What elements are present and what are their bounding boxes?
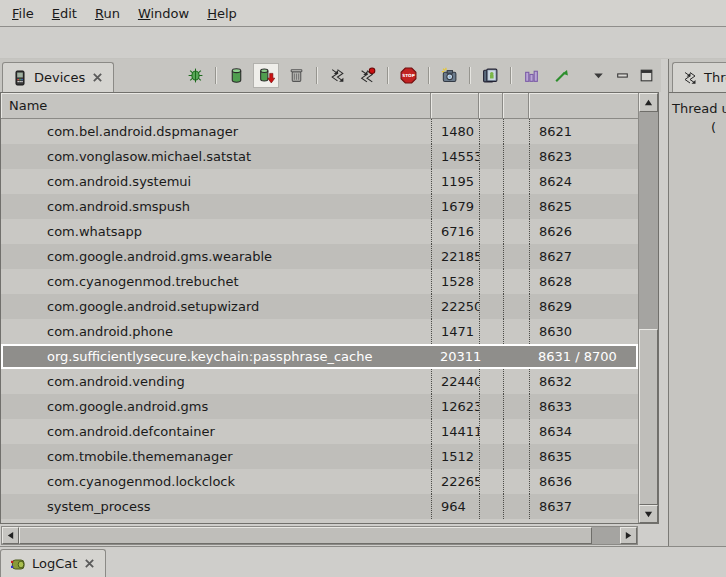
empty-cell bbox=[479, 394, 503, 419]
empty-cell bbox=[479, 269, 503, 294]
scroll-up-button[interactable] bbox=[639, 93, 658, 112]
empty-cell bbox=[503, 369, 529, 394]
logcat-icon bbox=[10, 556, 26, 572]
menu-file[interactable]: File bbox=[3, 6, 43, 21]
menu-help[interactable]: Help bbox=[198, 6, 246, 21]
table-row[interactable]: com.android.systemui11958624 bbox=[1, 169, 638, 194]
toolbar-separator bbox=[428, 67, 429, 84]
client-name: com.tmobile.thememanager bbox=[1, 444, 431, 469]
horizontal-scroll-thumb[interactable] bbox=[19, 527, 592, 544]
phone-icon bbox=[12, 70, 28, 86]
device-table: Name com.bel.android.dspmanager14808621c… bbox=[0, 92, 659, 524]
client-pid: 6716 bbox=[431, 219, 479, 244]
cause-gc-icon[interactable] bbox=[284, 64, 308, 87]
panel-sash[interactable] bbox=[661, 59, 668, 546]
view-menu-icon[interactable] bbox=[589, 64, 607, 87]
client-name: com.cyanogenmod.lockclock bbox=[1, 469, 431, 494]
client-name: com.cyanogenmod.trebuchet bbox=[1, 269, 431, 294]
column-header[interactable] bbox=[503, 93, 529, 118]
threads-tabbar: Threads bbox=[669, 59, 726, 92]
table-row[interactable]: com.android.phone14718630 bbox=[1, 319, 638, 344]
client-port: 8632 bbox=[529, 369, 638, 394]
toolbar-separator bbox=[316, 67, 317, 84]
client-port: 8628 bbox=[529, 269, 638, 294]
table-row[interactable]: com.google.android.gms126238633 bbox=[1, 394, 638, 419]
tab-devices[interactable]: Devices bbox=[2, 62, 114, 92]
empty-cell bbox=[479, 319, 503, 344]
client-name: com.google.android.setupwizard bbox=[1, 294, 431, 319]
menu-window[interactable]: Window bbox=[129, 6, 198, 21]
empty-cell bbox=[503, 194, 529, 219]
dump-hprof-icon[interactable] bbox=[254, 64, 278, 87]
table-row[interactable]: com.tmobile.thememanager15128635 bbox=[1, 444, 638, 469]
name-column-header[interactable]: Name bbox=[1, 93, 431, 118]
client-pid: 964 bbox=[431, 494, 479, 519]
table-row[interactable]: com.android.defcontainer144118634 bbox=[1, 419, 638, 444]
table-row[interactable]: com.google.android.gms.wearable221858627 bbox=[1, 244, 638, 269]
method-profiling-icon[interactable] bbox=[355, 64, 379, 87]
maximize-icon[interactable] bbox=[636, 64, 656, 87]
client-pid: 1512 bbox=[431, 444, 479, 469]
empty-cell bbox=[505, 346, 531, 367]
vertical-scrollbar[interactable] bbox=[638, 93, 658, 523]
screen-capture-icon[interactable] bbox=[437, 64, 461, 87]
vertical-scroll-thumb[interactable] bbox=[639, 329, 658, 505]
svg-text:STOP: STOP bbox=[402, 73, 415, 78]
main-area: Devices STOP Name com.bel.android.dspman… bbox=[0, 59, 726, 546]
table-header: Name bbox=[1, 93, 638, 119]
sysinfo-bars-icon[interactable] bbox=[519, 64, 543, 87]
table-row[interactable]: com.bel.android.dspmanager14808621 bbox=[1, 119, 638, 144]
tab-threads[interactable]: Threads bbox=[672, 62, 726, 92]
table-row[interactable]: com.android.vending224408632 bbox=[1, 369, 638, 394]
stop-process-icon[interactable]: STOP bbox=[396, 64, 420, 87]
empty-cell bbox=[503, 144, 529, 169]
empty-cell bbox=[503, 444, 529, 469]
empty-cell bbox=[479, 419, 503, 444]
scroll-right-button[interactable] bbox=[620, 527, 637, 544]
table-row[interactable]: com.whatsapp67168626 bbox=[1, 219, 638, 244]
scroll-left-button[interactable] bbox=[2, 527, 19, 544]
client-port: 8630 bbox=[529, 319, 638, 344]
screen-mirror-icon[interactable] bbox=[478, 64, 502, 87]
client-port: 8621 bbox=[529, 119, 638, 144]
tab-logcat[interactable]: LogCat bbox=[0, 549, 106, 577]
close-icon[interactable] bbox=[91, 71, 104, 84]
minimize-icon[interactable] bbox=[612, 64, 632, 87]
scroll-down-button[interactable] bbox=[639, 505, 658, 523]
table-row[interactable]: com.android.smspush16798625 bbox=[1, 194, 638, 219]
table-row[interactable]: com.google.android.setupwizard222508629 bbox=[1, 294, 638, 319]
client-port: 8636 bbox=[529, 469, 638, 494]
menu-edit[interactable]: Edit bbox=[43, 6, 86, 21]
client-name: com.google.android.gms.wearable bbox=[1, 244, 431, 269]
menubar: FileEditRunWindowHelp bbox=[0, 0, 726, 27]
client-pid: 1679 bbox=[431, 194, 479, 219]
empty-cell bbox=[503, 219, 529, 244]
empty-cell bbox=[503, 169, 529, 194]
devices-panel: Devices STOP Name com.bel.android.dspman… bbox=[0, 59, 661, 546]
pid-column-header[interactable] bbox=[431, 93, 479, 118]
table-row[interactable]: com.cyanogenmod.lockclock222658636 bbox=[1, 469, 638, 494]
empty-cell bbox=[479, 469, 503, 494]
client-port: 8624 bbox=[529, 169, 638, 194]
table-row[interactable]: system_process9648637 bbox=[1, 494, 638, 519]
close-icon[interactable] bbox=[83, 557, 96, 570]
table-row[interactable]: com.vonglasow.michael.satstat145538623 bbox=[1, 144, 638, 169]
update-threads-icon[interactable] bbox=[325, 64, 349, 87]
empty-cell bbox=[481, 346, 505, 367]
column-header[interactable] bbox=[479, 93, 503, 118]
menu-run[interactable]: Run bbox=[86, 6, 129, 21]
empty-cell bbox=[479, 169, 503, 194]
table-row[interactable]: org.sufficientlysecure.keychain:passphra… bbox=[1, 344, 638, 369]
trend-arrow-icon[interactable] bbox=[549, 64, 573, 87]
empty-cell bbox=[479, 369, 503, 394]
update-heap-icon[interactable] bbox=[224, 64, 248, 87]
table-row[interactable]: com.cyanogenmod.trebuchet15288628 bbox=[1, 269, 638, 294]
empty-cell bbox=[479, 294, 503, 319]
empty-cell bbox=[479, 119, 503, 144]
debug-process-icon[interactable] bbox=[183, 64, 207, 87]
devices-tabbar: Devices STOP bbox=[0, 59, 661, 92]
port-column-header[interactable] bbox=[529, 93, 638, 118]
client-name: com.android.phone bbox=[1, 319, 431, 344]
client-pid: 1195 bbox=[431, 169, 479, 194]
horizontal-scrollbar[interactable] bbox=[1, 526, 638, 545]
